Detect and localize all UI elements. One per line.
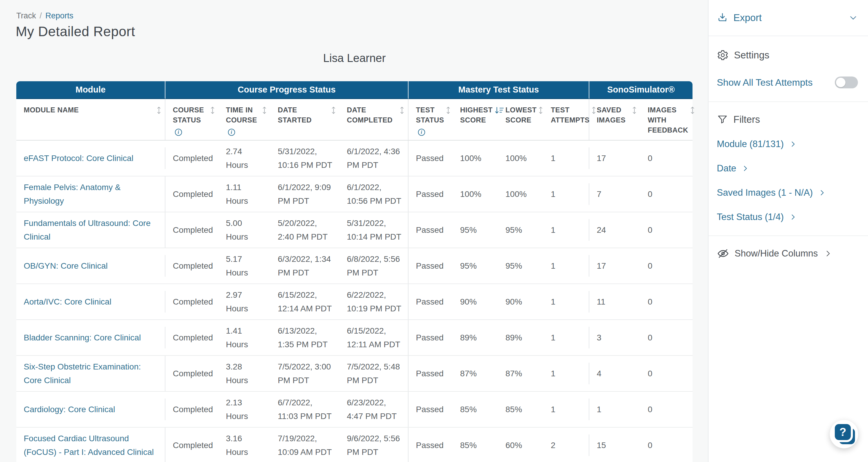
cell-saved-images: 4 — [589, 363, 640, 384]
cell-date-completed: 7/5/2022, 5:48 PM PDT — [339, 356, 408, 391]
filter-date[interactable]: Date — [717, 163, 858, 174]
breadcrumb: Track/Reports — [16, 11, 708, 21]
cell-lowest-score: 60% — [498, 434, 544, 456]
cell-date-started: 5/31/2022, 10:16 PM PDT — [270, 141, 339, 176]
show-hide-columns-label: Show/Hide Columns — [735, 248, 818, 259]
cell-saved-images: 11 — [589, 291, 640, 312]
cell-date-completed: 6/8/2022, 5:56 PM PDT — [339, 248, 408, 283]
cell-time-in-course: 1.41 Hours — [218, 320, 270, 355]
group-course-progress-status: Course Progress Status — [165, 81, 408, 99]
settings-button[interactable]: Settings — [717, 49, 858, 61]
cell-saved-images: 24 — [589, 219, 640, 241]
table-row: Bladder Scanning: Core Clinical Complete… — [16, 320, 692, 356]
cell-test-status: Passed — [408, 219, 453, 241]
cell-date-started: 7/5/2022, 3:00 PM PDT — [270, 356, 339, 391]
eye-off-icon — [717, 247, 729, 260]
table-body: eFAST Protocol: Core Clinical Completed … — [16, 141, 692, 462]
column-header-module-name[interactable]: MODULE NAME — [16, 99, 165, 140]
breadcrumb-track[interactable]: Track — [16, 11, 36, 20]
column-header-test-status[interactable]: TEST STATUSi — [408, 99, 453, 140]
help-button[interactable]: ? — [830, 420, 858, 449]
info-icon[interactable]: i — [228, 129, 235, 136]
cell-test-status: Passed — [408, 327, 453, 348]
filter-module[interactable]: Module (81/131) — [717, 139, 858, 150]
cell-module-name[interactable]: OB/GYN: Core Clinical — [16, 255, 165, 277]
cell-module-name[interactable]: Cardiology: Core Clinical — [16, 399, 165, 420]
cell-time-in-course: 5.17 Hours — [218, 248, 270, 283]
cell-date-started: 5/20/2022, 2:40 PM PDT — [270, 212, 339, 248]
column-header-date-started[interactable]: DATE STARTED — [270, 99, 339, 140]
table-row: Focused Cardiac Ultrasound (FoCUS) - Par… — [16, 428, 692, 462]
chevron-right-icon — [824, 249, 832, 258]
sort-icon[interactable] — [538, 106, 543, 115]
gear-icon — [717, 49, 729, 61]
filter-test-status[interactable]: Test Status (1/4) — [717, 212, 858, 222]
info-icon[interactable]: i — [418, 129, 425, 136]
cell-course-status: Completed — [165, 183, 218, 205]
question-mark-icon: ? — [835, 424, 851, 440]
cell-module-name[interactable]: Focused Cardiac Ultrasound (FoCUS) - Par… — [16, 428, 165, 462]
cell-lowest-score: 95% — [498, 255, 544, 277]
cell-highest-score: 100% — [453, 183, 498, 205]
cell-course-status: Completed — [165, 219, 218, 241]
show-all-test-attempts-label[interactable]: Show All Test Attempts — [717, 77, 812, 88]
cell-module-name[interactable]: eFAST Protocol: Core Clinical — [16, 147, 165, 169]
cell-module-name[interactable]: Bladder Scanning: Core Clinical — [16, 327, 165, 348]
cell-lowest-score: 95% — [498, 219, 544, 241]
cell-module-name[interactable]: Fundamentals of Ultrasound: Core Clinica… — [16, 212, 165, 248]
cell-highest-score: 87% — [453, 363, 498, 384]
cell-date-completed: 6/22/2022, 10:19 PM PDT — [339, 284, 408, 319]
cell-test-attempts: 1 — [544, 363, 589, 384]
sort-icon[interactable] — [210, 106, 215, 115]
sort-icon[interactable] — [632, 106, 637, 115]
sort-icon[interactable] — [262, 106, 267, 115]
cell-date-started: 6/15/2022, 12:14 AM PDT — [270, 284, 339, 319]
cell-date-started: 6/1/2022, 9:09 PM PDT — [270, 177, 339, 212]
table-column-header: MODULE NAME COURSE STATUSi TIME IN COURS… — [16, 99, 692, 141]
sort-icon[interactable] — [157, 106, 161, 115]
chevron-down-icon[interactable] — [848, 13, 858, 23]
show-hide-columns-button[interactable]: Show/Hide Columns — [717, 247, 858, 260]
cell-time-in-course: 2.97 Hours — [218, 284, 270, 319]
cell-images-with-feedback: 0 — [640, 363, 692, 384]
cell-lowest-score: 100% — [498, 183, 544, 205]
cell-test-attempts: 1 — [544, 147, 589, 169]
column-header-course-status[interactable]: COURSE STATUSi — [165, 99, 218, 140]
cell-module-name[interactable]: Female Pelvis: Anatomy & Physiology — [16, 177, 165, 212]
cell-course-status: Completed — [165, 434, 218, 456]
cell-module-name[interactable]: Six-Step Obstetric Examination: Core Cli… — [16, 356, 165, 391]
cell-time-in-course: 3.28 Hours — [218, 356, 270, 391]
column-header-time-in-course[interactable]: TIME IN COURSEi — [218, 99, 270, 140]
table-row: Fundamentals of Ultrasound: Core Clinica… — [16, 212, 692, 248]
cell-date-started: 6/3/2022, 1:34 PM PDT — [270, 248, 339, 283]
column-header-highest-score[interactable]: HIGHEST SCORE — [453, 99, 498, 140]
table-row: Six-Step Obstetric Examination: Core Cli… — [16, 356, 692, 392]
group-mastery-test-status: Mastery Test Status — [408, 81, 589, 99]
cell-saved-images: 1 — [589, 399, 640, 420]
chevron-right-icon — [741, 164, 749, 172]
show-all-test-attempts-toggle[interactable] — [835, 76, 858, 88]
cell-course-status: Completed — [165, 291, 218, 312]
sort-icon[interactable] — [446, 106, 451, 115]
column-header-lowest-score[interactable]: LOWEST SCORE — [498, 99, 544, 140]
sort-icon[interactable] — [331, 106, 336, 115]
column-header-saved-images[interactable]: SAVED IMAGES — [589, 99, 640, 140]
cell-test-attempts: 1 — [544, 399, 589, 420]
cell-module-name[interactable]: Aorta/IVC: Core Clinical — [16, 291, 165, 312]
sort-icon[interactable] — [690, 106, 695, 115]
sort-icon[interactable] — [400, 106, 404, 115]
sidebar: Export Settings Show All Test Attempts — [708, 0, 868, 462]
info-icon[interactable]: i — [175, 129, 182, 136]
chevron-right-icon — [789, 213, 797, 221]
column-header-images-with-feedback[interactable]: IMAGES WITH FEEDBACK — [640, 99, 692, 140]
column-header-date-completed[interactable]: DATE COMPLETED — [339, 99, 408, 140]
breadcrumb-reports[interactable]: Reports — [45, 11, 73, 20]
settings-section: Settings Show All Test Attempts — [709, 49, 868, 102]
filter-saved-images[interactable]: Saved Images (1 - N/A) — [717, 187, 858, 198]
table-group-header: Module Course Progress Status Mastery Te… — [16, 81, 692, 99]
group-module: Module — [16, 81, 165, 99]
cell-highest-score: 85% — [453, 399, 498, 420]
cell-date-started: 7/19/2022, 10:09 AM PDT — [270, 428, 339, 462]
column-header-test-attempts[interactable]: TEST ATTEMPTS — [544, 99, 589, 140]
export-button[interactable]: Export — [717, 0, 858, 36]
